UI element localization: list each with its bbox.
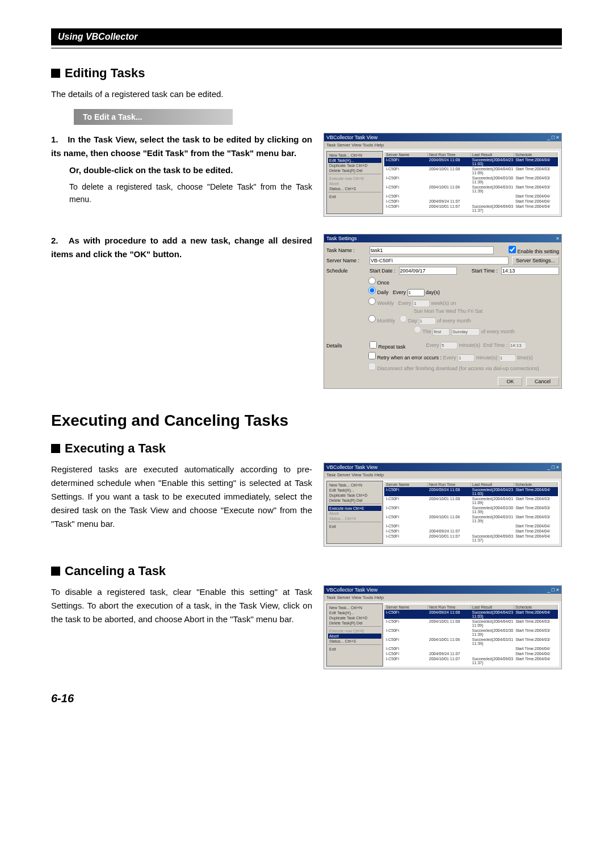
executing-heading: Executing a Task bbox=[51, 441, 562, 456]
page-number: 6-16 bbox=[51, 692, 562, 705]
task-menu-open: New Task... Ctrl+N Edit Task(H)... Dupli… bbox=[326, 151, 383, 214]
ok-button[interactable]: OK bbox=[498, 377, 522, 386]
executing-body: Registered tasks are executed automatica… bbox=[51, 463, 312, 531]
startdate-input[interactable] bbox=[399, 267, 457, 275]
taskview-screenshot-2: VBCollector Task View_ □ × Task Server V… bbox=[324, 463, 562, 547]
step2-text: As with procedure to add a new task, cha… bbox=[51, 236, 312, 259]
step1: 1. In the Task View, select the task to … bbox=[51, 133, 312, 206]
step1-sub: Or, double-click on the task to be edite… bbox=[69, 163, 312, 177]
daily-radio[interactable] bbox=[368, 287, 376, 294]
once-radio[interactable] bbox=[368, 277, 376, 284]
taskview-screenshot-1: VBCollector Task View_ □ × Task Server V… bbox=[324, 133, 562, 217]
taskname-input[interactable] bbox=[370, 246, 494, 254]
step1-text: In the Task View, select the task to be … bbox=[51, 135, 312, 158]
canceling-heading: Canceling a Task bbox=[51, 564, 562, 578]
editing-heading: Editing Tasks bbox=[51, 66, 562, 81]
task-menu-open-3: New Task... Ctrl+N Edit Task(H)... Dupli… bbox=[326, 603, 383, 666]
bullet-icon bbox=[51, 567, 60, 576]
step2-num: 2. bbox=[51, 234, 65, 248]
retry-checkbox[interactable] bbox=[368, 352, 376, 359]
step1-desc: To delete a registered task, choose "Del… bbox=[69, 181, 312, 206]
repeat-checkbox[interactable] bbox=[370, 341, 377, 349]
exec-heading: Executing and Canceling Tasks bbox=[51, 412, 562, 430]
canceling-body: To disable a registered task, clear "Ena… bbox=[51, 585, 312, 626]
cancel-button[interactable]: Cancel bbox=[526, 377, 559, 386]
starttime-input[interactable] bbox=[501, 267, 559, 275]
server-settings-btn[interactable]: Server Settings... bbox=[512, 257, 559, 265]
bullet-icon bbox=[51, 69, 60, 78]
task-settings-dialog: Task Settings× Task Name : Enable this s… bbox=[324, 234, 562, 389]
task-menu-open-2: New Task... Ctrl+N Edit Task(H)... Dupli… bbox=[326, 481, 383, 544]
bullet-icon bbox=[51, 444, 60, 453]
page-header: Using VBCollector bbox=[51, 28, 562, 45]
disconnect-checkbox bbox=[368, 363, 376, 370]
enable-checkbox[interactable] bbox=[509, 246, 516, 253]
header-title: Using VBCollector bbox=[58, 32, 137, 41]
editing-intro: The details of a registered task can be … bbox=[51, 87, 562, 101]
header-divider bbox=[51, 48, 562, 49]
edit-sub-bar: To Edit a Task... bbox=[74, 109, 233, 125]
monthly-radio[interactable] bbox=[368, 315, 376, 322]
server-select[interactable] bbox=[370, 257, 509, 265]
daily-val[interactable] bbox=[408, 289, 425, 296]
weekly-radio[interactable] bbox=[368, 297, 376, 305]
step1-num: 1. bbox=[51, 133, 65, 146]
editing-heading-text: Editing Tasks bbox=[65, 66, 145, 81]
step2: 2. As with procedure to add a new task, … bbox=[51, 234, 312, 261]
taskview-screenshot-3: VBCollector Task View_ □ × Task Server V… bbox=[324, 585, 562, 669]
